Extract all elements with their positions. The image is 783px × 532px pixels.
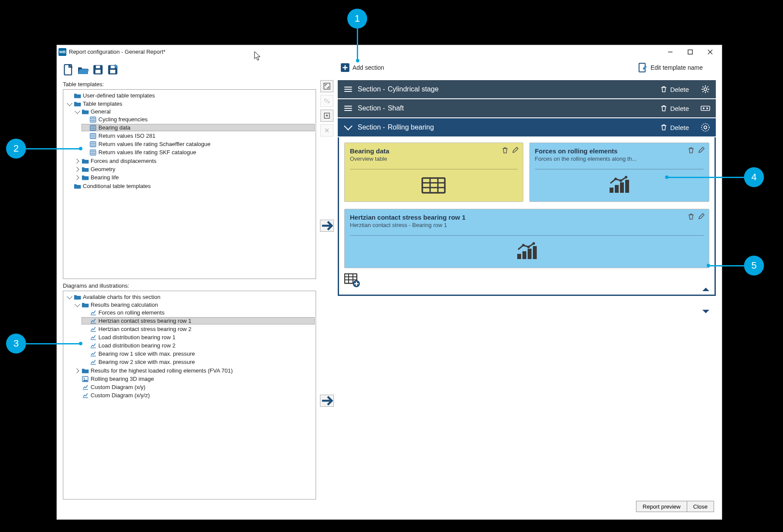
tree-item[interactable]: Rolling bearing 3D image xyxy=(91,376,154,382)
insert-table-button[interactable] xyxy=(320,220,334,232)
table-icon xyxy=(89,149,97,156)
report-preview-button[interactable]: Report preview xyxy=(636,501,687,512)
folder-icon xyxy=(74,92,81,99)
drag-handle-icon[interactable] xyxy=(344,106,352,111)
delete-section-button[interactable]: Delete xyxy=(660,85,689,93)
insert-chart-button[interactable] xyxy=(320,395,334,407)
chevron-down-icon[interactable] xyxy=(344,126,352,129)
caret-icon[interactable] xyxy=(67,101,72,107)
edit-template-name-button[interactable]: Edit template name xyxy=(638,63,703,72)
callout-4-line xyxy=(668,177,744,178)
card-edit-button[interactable] xyxy=(698,146,705,156)
diagrams-tree[interactable]: Available charts for this section Result… xyxy=(63,291,316,500)
tree-item-selected[interactable]: Bearing data xyxy=(82,124,315,131)
section-header-rolling-bearing[interactable]: Section - Rolling bearing Delete xyxy=(338,118,716,136)
caret-icon[interactable] xyxy=(75,159,80,164)
table-icon xyxy=(89,141,97,147)
card-title: Forces on rolling elements xyxy=(535,147,704,155)
card-bearing-data[interactable]: Bearing data Overview table xyxy=(344,143,523,202)
chart-big-icon xyxy=(350,240,704,264)
tree-item[interactable]: Cycling frequencies xyxy=(98,116,147,123)
chart-icon xyxy=(89,309,97,316)
tree-item[interactable]: Load distribution bearing row 1 xyxy=(98,334,176,341)
minimize-button[interactable] xyxy=(660,45,680,58)
card-subtitle: Herztian contact stress - Bearing row 1 xyxy=(350,222,704,228)
chart-icon xyxy=(82,384,89,390)
callout-5: 5 xyxy=(744,256,764,276)
card-edit-button[interactable] xyxy=(512,146,519,156)
tree-item[interactable]: Hertzian contact stress bearing row 2 xyxy=(98,326,192,332)
card-hertzian[interactable]: Hertzian contact stress bearing row 1 He… xyxy=(344,209,709,268)
tree-item[interactable]: Custom Diagram (x/y/z) xyxy=(91,392,150,399)
section-header-shaft[interactable]: Section - Shaft Delete xyxy=(338,99,716,117)
tree-item[interactable]: Return values ISO 281 xyxy=(98,133,156,139)
mid-btn-import[interactable] xyxy=(320,110,333,122)
tree-item[interactable]: Bearing row 2 slice with max. pressure xyxy=(98,359,195,365)
table-icon xyxy=(89,133,97,139)
callout-4: 4 xyxy=(744,167,764,187)
folder-icon xyxy=(74,101,81,107)
add-section-button[interactable]: Add section xyxy=(340,63,384,72)
card-delete-button[interactable] xyxy=(687,146,695,156)
card-subtitle: Forces on the rolling elements along th.… xyxy=(535,156,704,162)
drag-handle-icon[interactable] xyxy=(344,87,352,92)
tree-item[interactable]: Custom Diagram (x/y) xyxy=(91,384,145,390)
caret-icon[interactable] xyxy=(67,295,72,300)
window-title: Report configuration - General Report* xyxy=(69,49,660,55)
shaft-icon[interactable] xyxy=(700,104,711,112)
edit-template-name-label: Edit template name xyxy=(650,64,703,71)
tree-item[interactable]: Results for the highest loaded rolling e… xyxy=(91,367,233,374)
tree-item[interactable]: Load distribution bearing row 2 xyxy=(98,342,176,349)
close-window-button[interactable] xyxy=(700,45,720,58)
chart-icon xyxy=(89,359,97,365)
card-delete-button[interactable] xyxy=(687,213,695,222)
save-as-button[interactable] xyxy=(107,64,118,77)
caret-icon[interactable] xyxy=(75,167,80,172)
tree-item[interactable]: Forces on rolling elements xyxy=(98,309,164,316)
callout-2: 2 xyxy=(6,139,26,159)
caret-icon[interactable] xyxy=(75,368,80,373)
save-button[interactable] xyxy=(92,64,104,77)
new-button[interactable] xyxy=(63,64,74,77)
tree-item[interactable]: Forces and displacements xyxy=(91,158,157,164)
caret-icon[interactable] xyxy=(75,175,80,180)
tree-item[interactable]: Results bearing calculation xyxy=(91,302,158,308)
chart-icon xyxy=(89,318,97,324)
delete-section-button[interactable]: Delete xyxy=(660,123,689,131)
bearing-icon[interactable] xyxy=(700,123,711,132)
tree-item-selected[interactable]: Hertzian contact stress bearing row 1 xyxy=(82,317,315,324)
card-edit-button[interactable] xyxy=(698,213,705,222)
mid-btn-expand[interactable] xyxy=(320,80,333,92)
caret-icon[interactable] xyxy=(75,109,80,114)
maximize-button[interactable] xyxy=(680,45,700,58)
gear-icon[interactable] xyxy=(700,85,711,94)
tree-item[interactable]: Bearing row 1 slice with max. pressure xyxy=(98,350,195,357)
add-table-button[interactable] xyxy=(344,273,709,289)
delete-section-button[interactable]: Delete xyxy=(660,104,689,112)
tree-item[interactable]: Available charts for this section xyxy=(83,294,160,300)
caret-icon[interactable] xyxy=(75,302,80,308)
tree-item[interactable]: Return values life rating SKF catalogue xyxy=(98,149,196,156)
callout-3-dot xyxy=(79,342,82,345)
dialog-window: WB Report configuration - General Report… xyxy=(56,45,722,520)
move-up-button[interactable] xyxy=(700,285,711,297)
table-templates-tree[interactable]: User-defined table templates Table templ… xyxy=(63,89,316,279)
cursor-icon xyxy=(254,51,262,62)
table-icon xyxy=(89,124,97,131)
close-button[interactable]: Close xyxy=(687,501,714,512)
tree-item[interactable]: General xyxy=(91,108,111,115)
tree-item[interactable]: User-defined table templates xyxy=(83,92,155,99)
folder-icon xyxy=(74,294,81,300)
tree-item[interactable]: Table templates xyxy=(83,101,122,107)
section-header-cylindrical[interactable]: Section - Cylindrical stage Delete xyxy=(338,80,716,98)
card-forces[interactable]: Forces on rolling elements Forces on the… xyxy=(529,143,709,202)
chart-icon xyxy=(89,334,97,341)
tree-item[interactable]: Geometry xyxy=(91,166,115,172)
tree-item[interactable]: Return values life rating Schaeffler cat… xyxy=(98,141,210,147)
move-down-button[interactable] xyxy=(700,306,711,318)
card-delete-button[interactable] xyxy=(501,146,509,156)
folder-icon xyxy=(82,367,89,374)
tree-item[interactable]: Bearing life xyxy=(91,174,119,181)
tree-item[interactable]: Conditional table templates xyxy=(83,183,151,189)
open-button[interactable] xyxy=(78,64,89,77)
